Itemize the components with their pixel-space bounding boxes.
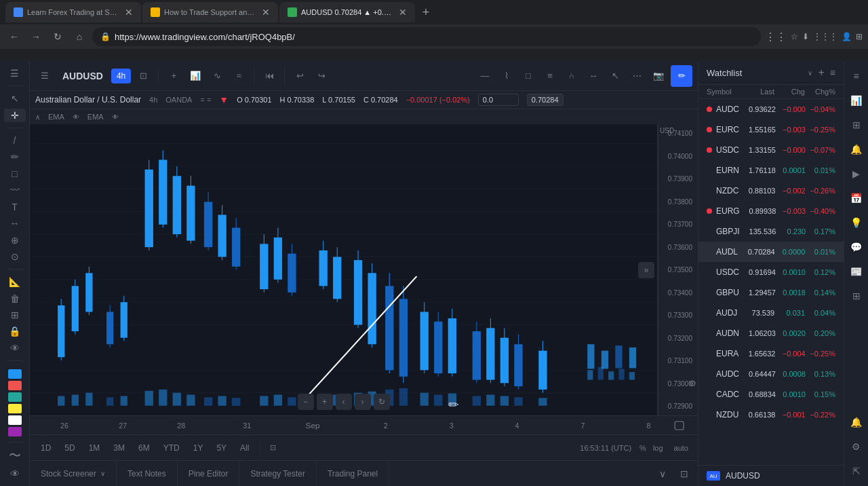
wave-icon[interactable]: 〜 [4,447,26,464]
rect-btn[interactable]: □ [519,67,538,86]
scroll-left-btn[interactable]: ‹ [336,394,352,410]
text-btn[interactable]: T [4,200,26,213]
parallel-btn[interactable]: ≡ [540,67,559,86]
visible-btn[interactable]: 👁 [4,341,26,355]
trash-btn[interactable]: 🗑 [4,291,26,305]
notification-icon-btn[interactable]: 🔔 [847,413,866,432]
watchlist-item-cadc[interactable]: CADC 0.68834 0.0010 0.15% [698,384,844,405]
more-icon[interactable]: ⋮⋮⋮ [813,32,837,41]
watchlist-item-audj[interactable]: AUDJ 73.539 0.031 0.04% [698,303,844,323]
indicators-btn[interactable]: ∿ [208,67,226,86]
eye-bottom-btn[interactable]: 👁 [4,466,26,480]
select-btn[interactable]: ↖ [606,67,625,86]
timeframe-4h-btn[interactable]: 4h [111,69,131,83]
watchlist-item-gbpu[interactable]: GBPU 1.29457 0.0018 0.14% [698,282,844,303]
chart-type-btn[interactable]: 📊 [186,67,205,86]
collapse-indicators-btn[interactable]: ∧ [35,113,40,121]
price-scale-settings-btn[interactable]: ⚙ [689,379,696,388]
watchlist-item-audn[interactable]: AUDN 1.06203 0.0020 0.20% [698,323,844,343]
replay-icon-btn[interactable]: ▶ [847,164,866,183]
pine-editor-tab[interactable]: Pine Editor [178,461,240,486]
watchlist-item-eura[interactable]: EURA 1.65632 −0.004 −0.25% [698,343,844,364]
profile-icon[interactable]: 👤 [842,32,852,41]
chat-icon-btn[interactable]: 💬 [847,238,866,257]
symbol-display[interactable]: AUDUSD [57,71,108,81]
1y-btn[interactable]: 1Y [188,441,209,455]
cursor-btn[interactable]: ↖ [4,92,26,105]
redo-btn[interactable]: ↪ [312,67,331,86]
more-tools-btn[interactable]: ⋯ [627,67,646,86]
crosshair-btn[interactable]: ✛ [4,109,26,122]
add-indicator-btn[interactable]: + [164,67,183,86]
price-input-1[interactable] [478,94,519,106]
tab-2[interactable]: How to Trade Support and Re... ✕ [142,2,278,22]
watchlist-item-nzdu[interactable]: NZDU 0.66138 −0.001 −0.22% [698,405,844,425]
percent-btn[interactable]: % [639,444,646,452]
scroll-right-btn[interactable]: › [355,394,371,410]
ema1-eye[interactable]: 👁 [73,113,79,121]
forward-btn[interactable]: → [27,28,45,45]
back-btn[interactable]: ← [5,28,23,45]
watchlist-item-audc2[interactable]: AUDC 0.64447 0.0008 0.13% [698,364,844,384]
watchlist-dropdown-icon[interactable]: ∨ [808,69,812,77]
line-tool-btn[interactable]: / [4,134,26,147]
watchlist-item-usdc1[interactable]: USDC 1.33155 −0.000 −0.07% [698,140,844,160]
ideas-icon-btn[interactable]: 💡 [847,213,866,232]
watchlist-item-usdc2[interactable]: USDC 0.91694 0.0010 0.12% [698,262,844,282]
new-tab-btn[interactable]: + [416,3,435,22]
ytd-btn[interactable]: YTD [158,441,185,455]
watchlist-item-eurc[interactable]: EURC 1.55165 −0.003 −0.25% [698,119,844,140]
5d-btn[interactable]: 5D [59,441,80,455]
color-purple[interactable] [8,427,22,436]
5y-btn[interactable]: 5Y [211,441,232,455]
extensions-icon[interactable]: ⋮⋮ [765,31,787,43]
grid-icon-btn[interactable]: ⊞ [847,286,866,305]
chart-compare-btn[interactable]: ⊡ [266,441,280,454]
tab-2-close[interactable]: ✕ [262,7,270,18]
active-tool-btn[interactable]: ✏ [671,65,692,87]
undo-btn[interactable]: ↩ [290,67,309,86]
stock-screener-tab[interactable]: Stock Screener ∨ [30,461,117,486]
watchlist-add-btn[interactable]: + [818,67,824,79]
watchlist-item-eurn[interactable]: EURN 1.76118 0.0001 0.01% [698,160,844,181]
watchlist-icon-btn[interactable]: ≡ [847,67,866,86]
fork-btn[interactable]: ⑃ [562,67,581,86]
data-icon-btn[interactable]: ⊞ [847,115,866,134]
3m-btn[interactable]: 3M [108,441,130,455]
strategy-tester-tab[interactable]: Strategy Tester [239,461,316,486]
hamburger-btn[interactable]: ☰ [4,67,26,80]
watchlist-item-nzdc[interactable]: NZDC 0.88103 −0.002 −0.26% [698,181,844,201]
watchlist-menu-btn[interactable]: ≡ [830,67,835,78]
lock-btn[interactable]: 🔒 [4,324,26,338]
watchlist-item-gbpji[interactable]: GBPJI 135.536 0.230 0.17% [698,221,844,242]
address-bar[interactable]: 🔒 https://www.tradingview.com/chart/jROQ… [92,27,761,46]
color-blue[interactable] [8,369,22,379]
bookmark-icon[interactable]: ☆ [791,32,798,41]
6m-btn[interactable]: 6M [133,441,155,455]
pen-btn[interactable]: ✏ [4,150,26,164]
chart-icon-btn[interactable]: 📊 [847,91,866,110]
tab-1[interactable]: Learn Forex Trading at School ✕ [5,2,141,22]
newspaper-icon-btn[interactable]: 📰 [847,262,866,281]
color-teal[interactable] [8,392,22,402]
reset-btn[interactable]: ↻ [374,394,390,410]
compare-btn[interactable]: ≈ [229,67,248,86]
text-notes-tab[interactable]: Text Notes [117,461,178,486]
measure-top-btn[interactable]: ↔ [584,67,603,86]
expand-icon-btn[interactable]: ⇱ [847,462,866,481]
auto-btn[interactable]: auto [670,442,692,454]
panel-maximize-btn[interactable]: ⊡ [676,466,692,482]
ruler-btn[interactable]: 📐 [4,275,26,288]
tab-1-close[interactable]: ✕ [125,7,133,18]
measure-btn[interactable]: ↔ [4,217,26,230]
color-white[interactable] [8,415,22,425]
1m-btn[interactable]: 1M [83,441,106,455]
home-btn[interactable]: ⌂ [71,28,88,45]
line-tool-top-btn[interactable]: ⌇ [497,67,516,86]
alert-icon-btn[interactable]: 🔔 [847,140,866,159]
tab-3-close[interactable]: ✕ [399,7,407,18]
download-icon[interactable]: ⬇ [802,32,809,41]
shapes-btn[interactable]: □ [4,167,26,181]
color-red[interactable] [8,381,22,390]
panel-minimize-btn[interactable]: ∨ [654,466,671,482]
